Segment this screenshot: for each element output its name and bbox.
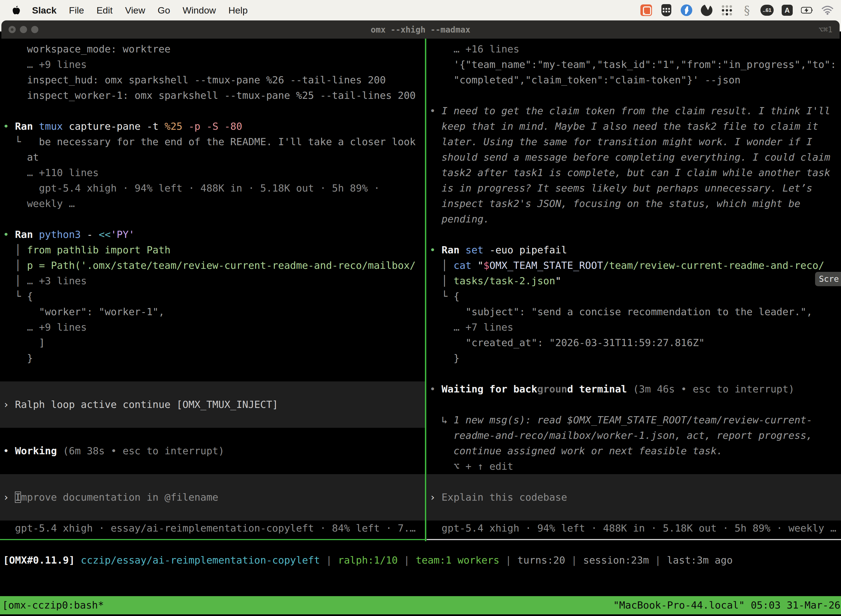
terminal-line: … +9 lines bbox=[0, 57, 425, 72]
terminal-line: keep that in mind. Maybe I also need the… bbox=[426, 119, 841, 134]
text-segment: " bbox=[477, 260, 484, 271]
a-square-icon[interactable]: A bbox=[781, 4, 794, 16]
prompt-box bbox=[0, 505, 425, 521]
text-segment: ⌥ + ↑ edit bbox=[429, 461, 513, 472]
text-segment: [OMX#0.11.9] bbox=[3, 554, 81, 566]
inject-banner bbox=[0, 412, 425, 428]
apple-menu-icon[interactable] bbox=[12, 5, 21, 15]
text-segment: Explain this codebase bbox=[441, 491, 567, 503]
terminal-line: '{"team_name":"my-team","task_id":"1","f… bbox=[426, 57, 841, 72]
dark-circle-icon[interactable] bbox=[700, 4, 713, 16]
menu-item-go[interactable]: Go bbox=[158, 5, 170, 16]
terminal-line: pending. bbox=[426, 211, 841, 227]
inject-banner bbox=[0, 381, 425, 397]
window-title: omx --xhigh --madmax bbox=[1, 25, 840, 35]
text-segment: • bbox=[429, 383, 441, 395]
terminal-line: inspect task2's JSON, focusing on the st… bbox=[426, 196, 841, 211]
text-segment: set bbox=[466, 244, 489, 255]
text-segment: … +110 lines bbox=[3, 167, 99, 178]
terminal-line: │ … +3 lines bbox=[0, 273, 425, 289]
text-segment: | bbox=[326, 554, 338, 566]
text-segment: workspace_mode: worktree bbox=[3, 43, 170, 55]
menu-item-file[interactable]: File bbox=[69, 5, 84, 16]
text-segment: -euo pipefail bbox=[489, 244, 567, 255]
text-segment: "created_at": "2026-03-31T11:59:27.816Z" bbox=[429, 337, 705, 348]
text-segment: … +9 lines bbox=[3, 59, 86, 70]
text-segment: Ran bbox=[441, 244, 466, 255]
prompt-input[interactable]: › Improve documentation in @filename bbox=[0, 490, 425, 505]
menu-item-view[interactable]: View bbox=[125, 5, 145, 16]
terminal-line: weekly … bbox=[0, 196, 425, 211]
menu-item-edit[interactable]: Edit bbox=[97, 5, 113, 16]
usage-status: gpt-5.4 xhigh · 94% left · 488K in · 5.1… bbox=[426, 521, 841, 536]
terminal-line bbox=[0, 103, 425, 119]
text-segment: "completed","claim_token":"claim-token"}… bbox=[429, 74, 741, 85]
squiggle-icon[interactable]: § bbox=[741, 4, 753, 16]
text-segment: later. Using the same for transition mig… bbox=[429, 136, 812, 147]
badge-61-icon[interactable]: ..61 bbox=[761, 4, 774, 16]
terminal-line bbox=[426, 366, 841, 381]
tmux-status-bar: [omx-cczip0:bash* "MacBook-Pro-44.local"… bbox=[0, 596, 841, 615]
tmux-session-label[interactable]: [omx-cczip0:bash* bbox=[0, 596, 104, 615]
pane-divider[interactable] bbox=[425, 39, 426, 541]
menu-app-name[interactable]: Slack bbox=[32, 5, 57, 16]
dots-grid-icon[interactable] bbox=[721, 4, 733, 16]
menu-item-help[interactable]: Help bbox=[229, 5, 248, 16]
text-segment: Ran bbox=[15, 120, 39, 132]
terminal-line: … +7 lines bbox=[426, 320, 841, 335]
shield-grid-icon[interactable] bbox=[660, 4, 673, 16]
text-segment: • bbox=[429, 105, 441, 116]
terminal-line: later. Using the same for transition mig… bbox=[426, 134, 841, 150]
right-pane-border bbox=[426, 539, 841, 540]
terminal-line: inspect_hud: omx sparkshell --tmux-pane … bbox=[0, 72, 425, 88]
macos-menubar: Slack File Edit View Go Window Help § ..… bbox=[0, 0, 841, 21]
text-segment: from pathlib import Path bbox=[27, 244, 170, 255]
text-segment: cat bbox=[454, 260, 478, 271]
prompt-input[interactable]: › Explain this codebase bbox=[426, 490, 841, 505]
terminal-line: } bbox=[0, 351, 425, 366]
omx-status-line: [OMX#0.11.9] cczip/essay/ai-reimplementa… bbox=[0, 553, 841, 568]
menu-item-window[interactable]: Window bbox=[183, 5, 216, 16]
terminal-line bbox=[0, 366, 425, 381]
text-segment: │ bbox=[3, 275, 27, 286]
chat-app-icon[interactable] bbox=[640, 4, 652, 16]
terminal-line bbox=[426, 397, 841, 412]
text-segment: Working bbox=[15, 445, 63, 456]
text-segment: readme-and-reco/mailbox/worker-1.json, a… bbox=[429, 430, 812, 441]
window-titlebar[interactable]: omx --xhigh --madmax ⌥⌘1 bbox=[1, 21, 840, 39]
terminal-line: … +16 lines bbox=[426, 41, 841, 57]
text-segment: gpt-5.4 xhigh · essay/ai-reimplementatio… bbox=[3, 522, 416, 534]
text-segment: continue assigned work or next feasible … bbox=[429, 445, 722, 456]
text-segment: '{"team_name":"my-team","task_id":"1","f… bbox=[429, 59, 836, 70]
text-segment: ] bbox=[3, 337, 45, 348]
text-segment: 'PY' bbox=[111, 229, 135, 240]
terminal-line bbox=[0, 459, 425, 474]
text-segment: I need to get the claim token from the c… bbox=[441, 105, 830, 116]
terminal-line: • Ran tmux capture-pane -t %25 -p -S -80 bbox=[0, 119, 425, 134]
terminal-line: "created_at": "2026-03-31T11:59:27.816Z" bbox=[426, 335, 841, 351]
terminal-line: "worker": "worker-1", bbox=[0, 304, 425, 320]
text-segment: turns:20 bbox=[517, 554, 571, 566]
right-terminal-pane: … +16 lines '{"team_name":"my-team","tas… bbox=[426, 41, 841, 536]
inject-banner[interactable]: › Ralph loop active continue [OMX_TMUX_I… bbox=[0, 397, 425, 412]
left-pane-border bbox=[0, 539, 425, 540]
text-segment: $ bbox=[484, 260, 489, 271]
text-segment: | bbox=[505, 554, 517, 566]
text-segment: ↳ bbox=[429, 414, 454, 425]
battery-icon[interactable] bbox=[801, 4, 814, 16]
prompt-box bbox=[426, 505, 841, 521]
text-segment: << bbox=[99, 229, 111, 240]
prompt-box bbox=[0, 474, 425, 490]
spark-burst-icon[interactable] bbox=[680, 4, 693, 16]
text-segment: Waiting for back bbox=[441, 383, 537, 395]
wifi-icon[interactable] bbox=[821, 4, 834, 16]
text-segment: "subject": "send a concise recommendatio… bbox=[429, 306, 812, 317]
text-segment: { bbox=[27, 290, 33, 302]
text-segment: … +7 lines bbox=[429, 321, 513, 333]
terminal-line: • Ran set -euo pipefail bbox=[426, 242, 841, 258]
text-segment: › bbox=[3, 399, 15, 410]
text-segment: weekly … bbox=[3, 198, 75, 209]
terminal-line: └ { bbox=[0, 289, 425, 304]
terminal-line: ] bbox=[0, 335, 425, 351]
terminal-line: … +9 lines bbox=[0, 320, 425, 335]
